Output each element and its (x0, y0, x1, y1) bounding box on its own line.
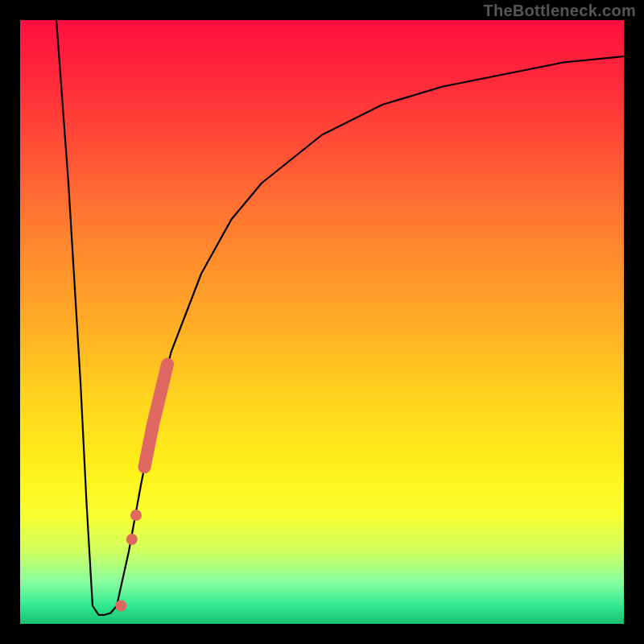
marker-dot (130, 510, 142, 521)
plot-area (20, 20, 624, 624)
watermark-text: TheBottleneck.com (483, 2, 636, 20)
chart-frame: TheBottleneck.com (0, 0, 644, 644)
marker-dot (115, 601, 126, 612)
curve-svg (20, 20, 624, 624)
marker-dot (126, 534, 138, 545)
bottleneck-curve (56, 20, 624, 615)
marker-cluster (145, 365, 168, 468)
